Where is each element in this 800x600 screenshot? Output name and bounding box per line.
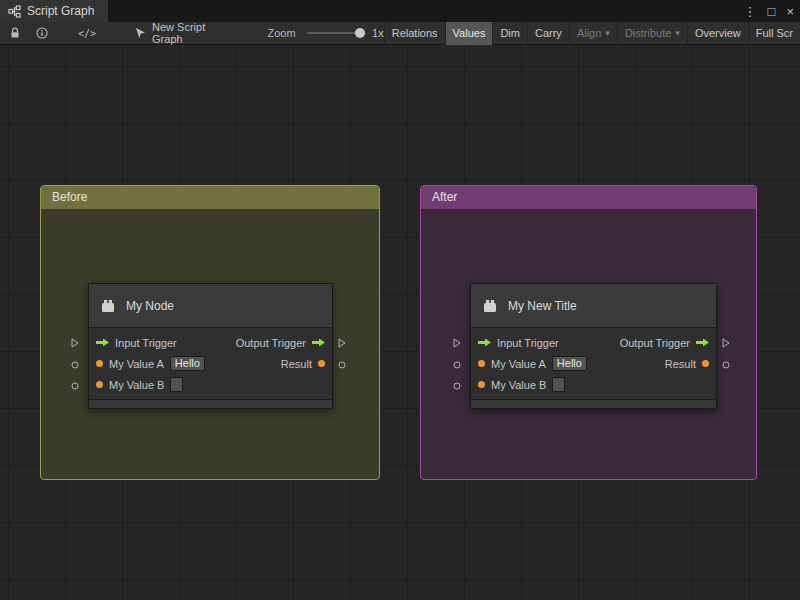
node-body: Input Trigger Output Trigger My Value A … xyxy=(89,328,332,395)
node-row: My Value B xyxy=(471,374,716,395)
node-footer xyxy=(471,399,716,408)
port-label: My Value A xyxy=(491,358,546,370)
string-input[interactable]: Hello xyxy=(170,356,205,371)
zoom-slider-handle[interactable] xyxy=(355,28,365,38)
flow-arrow-icon xyxy=(696,338,709,347)
node-header[interactable]: My New Title xyxy=(471,284,716,328)
chevron-down-icon: ▾ xyxy=(675,28,680,38)
value-port-icon xyxy=(96,381,103,388)
value-output-port[interactable] xyxy=(339,362,346,369)
chevron-down-icon: ▾ xyxy=(605,28,610,38)
graph-node[interactable]: My Node Input Trigger Output Trigger My … xyxy=(88,283,333,409)
input-trigger-port[interactable] xyxy=(453,338,461,348)
value-input[interactable] xyxy=(170,377,183,392)
node-row: Input Trigger Output Trigger xyxy=(89,332,332,353)
port-label: Input Trigger xyxy=(115,337,177,349)
output-trigger-port[interactable] xyxy=(722,338,730,348)
zoom-slider[interactable] xyxy=(307,32,363,34)
value-port-icon xyxy=(478,360,485,367)
port-label: Result xyxy=(281,358,312,370)
value-port-icon xyxy=(702,360,709,367)
close-icon[interactable]: × xyxy=(786,5,794,18)
port-label: My Value B xyxy=(491,379,546,391)
maximize-icon[interactable]: □ xyxy=(768,5,776,18)
window-controls: ⋮ □ × xyxy=(744,0,794,22)
port-label: My Value A xyxy=(109,358,164,370)
value-input-port[interactable] xyxy=(72,362,79,369)
node-header[interactable]: My Node xyxy=(89,284,332,328)
node-row: Input Trigger Output Trigger xyxy=(471,332,716,353)
group-label: Before xyxy=(52,190,87,204)
node-title: My Node xyxy=(126,299,174,313)
port-label: My Value B xyxy=(109,379,164,391)
group-header[interactable]: Before xyxy=(41,186,379,209)
code-icon[interactable]: </> xyxy=(78,28,96,39)
cursor-icon xyxy=(134,27,146,40)
relations-button[interactable]: Relations xyxy=(384,22,445,45)
node-row: My Value A Hello Result xyxy=(89,353,332,374)
tab-script-graph[interactable]: Script Graph xyxy=(0,0,108,22)
overview-button[interactable]: Overview xyxy=(687,22,748,45)
port-label: Result xyxy=(665,358,696,370)
toolbar-buttons: Relations Values Dim Carry Align▾ Distri… xyxy=(384,22,800,45)
graph-node[interactable]: My New Title Input Trigger Output Trigge… xyxy=(470,283,717,409)
group-header[interactable]: After xyxy=(421,186,756,209)
value-input-port[interactable] xyxy=(72,383,79,390)
port-label: Output Trigger xyxy=(620,337,690,349)
values-button[interactable]: Values xyxy=(445,22,493,45)
value-input[interactable] xyxy=(552,377,565,392)
align-button: Align▾ xyxy=(569,22,617,45)
group-label: After xyxy=(432,190,457,204)
output-trigger-port[interactable] xyxy=(338,338,346,348)
node-title: My New Title xyxy=(508,299,577,313)
carry-button[interactable]: Carry xyxy=(527,22,569,45)
dim-button[interactable]: Dim xyxy=(492,22,527,45)
input-trigger-port[interactable] xyxy=(71,338,79,348)
flow-arrow-icon xyxy=(96,338,109,347)
tab-label: Script Graph xyxy=(27,4,94,18)
node-row: My Value B xyxy=(89,374,332,395)
unit-icon xyxy=(99,297,117,315)
value-input-port[interactable] xyxy=(454,362,461,369)
zoom-value: 1x xyxy=(372,27,384,39)
value-output-port[interactable] xyxy=(723,362,730,369)
node-body: Input Trigger Output Trigger My Value A … xyxy=(471,328,716,395)
script-graph-icon xyxy=(8,5,21,18)
port-label: Output Trigger xyxy=(236,337,306,349)
graph-toolbar: </> New Script Graph Zoom 1x Relations V… xyxy=(0,22,800,45)
value-port-icon xyxy=(318,360,325,367)
flow-arrow-icon xyxy=(312,338,325,347)
graph-canvas[interactable]: Before After My Node Input Trigger O xyxy=(0,45,800,600)
flow-arrow-icon xyxy=(478,338,491,347)
port-label: Input Trigger xyxy=(497,337,559,349)
lock-icon[interactable] xyxy=(9,27,21,39)
node-footer xyxy=(89,399,332,408)
value-port-icon xyxy=(478,381,485,388)
info-icon[interactable] xyxy=(36,27,48,39)
graph-name-label: New Script Graph xyxy=(152,21,209,45)
zoom-label: Zoom xyxy=(267,27,295,39)
string-input[interactable]: Hello xyxy=(552,356,587,371)
node-row: My Value A Hello Result xyxy=(471,353,716,374)
fullscreen-button[interactable]: Full Scr xyxy=(748,22,800,45)
value-input-port[interactable] xyxy=(454,383,461,390)
kebab-menu-icon[interactable]: ⋮ xyxy=(744,5,757,18)
unit-icon xyxy=(481,297,499,315)
distribute-button: Distribute▾ xyxy=(617,22,687,45)
title-bar: Script Graph ⋮ □ × xyxy=(0,0,800,22)
value-port-icon xyxy=(96,360,103,367)
